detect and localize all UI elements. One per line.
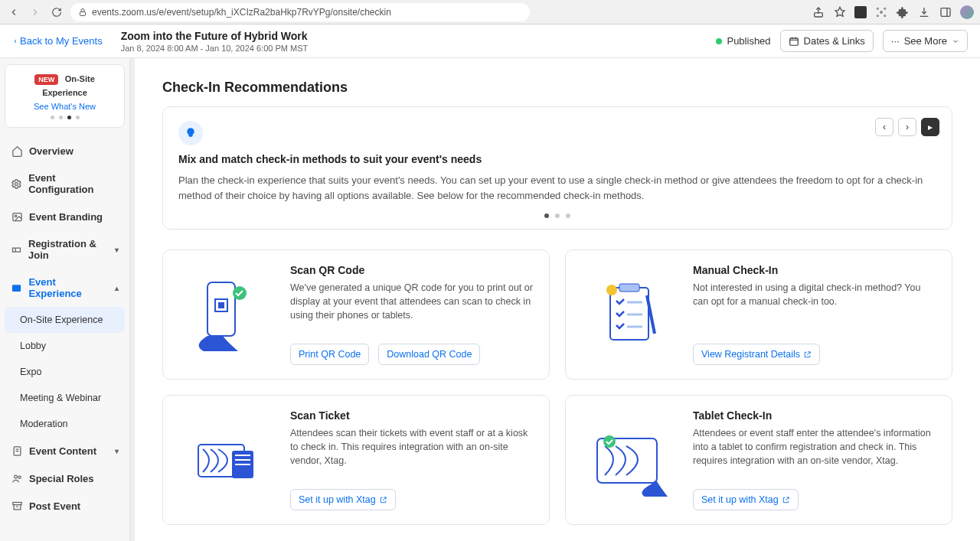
card-title: Scan QR Code [290,264,535,276]
sidebar-label: Event Content [29,445,96,457]
sidebar-sub-moderation[interactable]: Moderation [5,411,125,437]
extension-icon[interactable] [854,6,867,18]
url-text: events.zoom.us/e/event/setup/kh_iXCIzRa2… [92,7,391,18]
sidebar-label: Post Event [29,500,80,512]
card-title: Manual Check-In [693,264,938,276]
carousel-prev-button[interactable]: ‹ [875,118,893,136]
see-more-label: See More [904,35,947,47]
sidebar-label: Registration & Join [28,238,109,261]
share-icon[interactable] [812,5,825,19]
lock-icon [78,8,87,17]
sidebar-sub-lobby[interactable]: Lobby [5,333,125,359]
svg-rect-22 [619,284,639,292]
ticket-illustration [177,409,276,510]
chevron-down-icon: ▾ [115,246,119,254]
external-link-icon [782,496,790,504]
external-link-icon [379,496,387,504]
setup-xtag-ticket-button[interactable]: Set it up with Xtag [290,489,396,510]
tablet-illustration [580,409,679,510]
sidebar: NEW On-Site Experience See What's New Ov… [0,58,130,541]
svg-rect-8 [789,37,798,44]
print-qr-button[interactable]: Print QR Code [290,344,369,365]
svg-rect-16 [12,502,21,504]
dates-links-button[interactable]: Dates & Links [780,30,874,52]
download-qr-button[interactable]: Download QR Code [378,344,480,365]
svg-point-15 [18,476,21,478]
main-content: Check-In Recommendations Mix and match c… [130,58,980,541]
card-scan-qr: Scan QR Code We've generated a unique QR… [162,249,550,380]
svg-rect-7 [941,8,950,16]
manual-illustration [580,264,679,365]
url-bar[interactable]: events.zoom.us/e/event/setup/kh_iXCIzRa2… [70,3,530,21]
chevron-down-icon: ▾ [115,447,119,455]
sidebar-item-registration[interactable]: Registration & Join ▾ [5,230,125,269]
dates-links-label: Dates & Links [804,35,865,47]
chevron-down-icon [952,37,959,45]
browser-forward-button[interactable] [28,5,43,20]
sidebar-sub-onsite[interactable]: On-Site Experience [5,307,125,333]
back-to-events-link[interactable]: Back to My Events [12,35,103,47]
header-title-block: Zoom into the Future of Hybrid Work Jan … [121,30,309,53]
side-panel-icon[interactable] [939,5,952,19]
reco-description: Plan the check-in experience that suits … [178,173,936,203]
carousel-dots [178,213,936,218]
setup-xtag-tablet-button[interactable]: Set it up with Xtag [693,489,799,510]
carousel-play-button[interactable]: ▸ [921,118,939,136]
back-link-label: Back to My Events [20,35,103,47]
image-icon [11,210,23,223]
extension-icon-2[interactable] [874,5,888,19]
svg-rect-19 [218,302,224,308]
sidebar-item-roles[interactable]: Special Roles [5,464,125,492]
svg-point-5 [877,15,878,16]
sidebar-sub-meeting[interactable]: Meeting & Webinar [5,385,125,411]
gear-icon [11,178,22,190]
sidebar-item-config[interactable]: Event Configuration [5,165,125,203]
chevron-up-icon: ▴ [115,284,119,292]
calendar-icon [789,36,799,47]
archive-icon [11,500,23,512]
see-whats-new-link[interactable]: See What's New [11,102,118,111]
svg-point-2 [880,11,883,13]
svg-point-3 [877,8,878,9]
sidebar-item-overview[interactable]: Overview [5,137,125,165]
view-registrant-details-button[interactable]: View Registrant Details [693,344,820,365]
document-icon [11,445,23,457]
sidebar-label: Special Roles [29,473,94,484]
new-badge: NEW [34,74,58,85]
browser-reload-button[interactable] [49,5,64,20]
sidebar-item-branding[interactable]: Event Branding [5,203,125,230]
card-tablet-checkin: Tablet Check-In Attendees or event staff… [565,395,952,525]
external-link-icon [803,350,812,359]
sidebar-sub-expo[interactable]: Expo [5,359,125,385]
button-label: Print QR Code [299,349,361,360]
see-more-button[interactable]: ··· See More [883,30,968,52]
reco-title: Mix and match check-in methods to suit y… [178,153,936,165]
button-label: Download QR Code [387,349,472,360]
browser-back-button[interactable] [6,5,21,20]
svg-point-6 [884,15,886,16]
card-desc: We've generated a unique QR code for you… [290,281,535,322]
sidebar-item-content[interactable]: Event Content ▾ [5,437,125,464]
download-icon[interactable] [917,5,931,19]
bookmark-star-icon[interactable] [833,5,847,19]
promo-pagination-dots [11,116,118,119]
app-header: Back to My Events Zoom into the Future o… [0,24,980,58]
extensions-puzzle-icon[interactable] [896,5,910,19]
svg-point-14 [14,475,17,478]
home-icon [11,145,23,157]
sidebar-label: Event Branding [29,211,103,223]
profile-avatar-icon[interactable] [960,5,974,19]
calendar-list-icon [11,282,22,294]
status-dot-icon [716,38,722,44]
sidebar-label: On-Site Experience [20,314,103,325]
card-desc: Attendees or event staff enter the atten… [693,426,938,468]
svg-point-11 [15,215,17,217]
sidebar-label: Overview [29,145,74,157]
chevron-left-icon [12,37,18,45]
carousel-next-button[interactable]: › [898,118,916,136]
qr-illustration [177,264,276,365]
sidebar-label: Event Experience [28,276,109,299]
sidebar-item-post[interactable]: Post Event [5,492,125,520]
sidebar-item-experience[interactable]: Event Experience ▴ [5,269,125,307]
page-title: Check-In Recommendations [162,80,952,96]
